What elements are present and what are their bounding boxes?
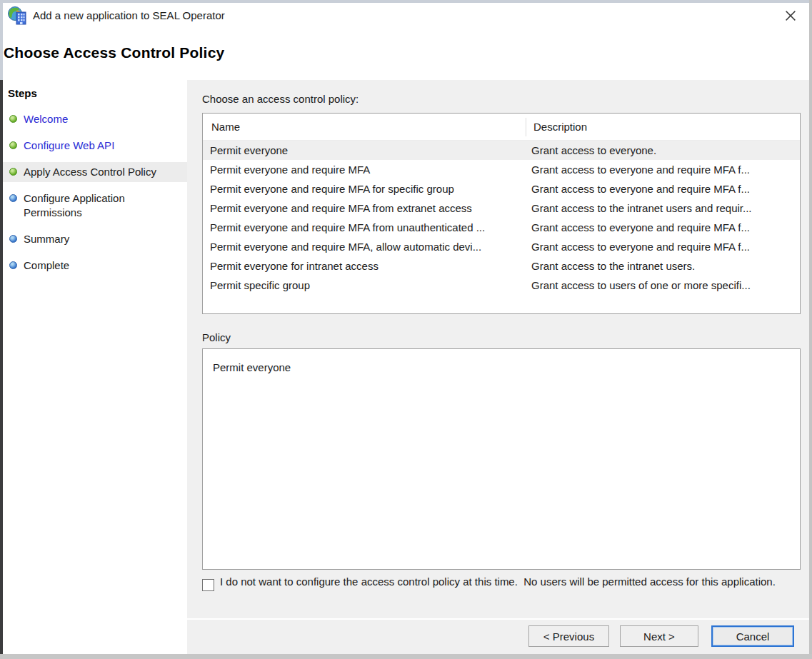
cell-name: Permit everyone and require MFA for spec… (203, 183, 526, 195)
table-row[interactable]: Permit everyone for intranet access Gran… (203, 256, 800, 276)
cell-description: Grant access to the intranet users and r… (526, 202, 800, 214)
sidebar-step-complete[interactable]: Complete (3, 256, 187, 276)
sidebar-step-apply-access-control-policy[interactable]: Apply Access Control Policy (3, 162, 187, 182)
cell-description: Grant access to everyone. (526, 144, 800, 156)
policy-section-label: Policy (202, 331, 231, 343)
cell-name: Permit everyone for intranet access (203, 260, 526, 272)
cell-description: Grant access to everyone and require MFA… (526, 183, 800, 195)
window-title: Add a new application to SEAL Operator (33, 9, 225, 21)
cell-description: Grant access to users of one or more spe… (526, 279, 800, 291)
step-label: Apply Access Control Policy (24, 165, 156, 179)
steps-list: Welcome Configure Web API Apply Access C… (3, 109, 187, 276)
window-border-bottom (0, 654, 812, 659)
cancel-button[interactable]: Cancel (711, 625, 794, 647)
cell-description: Grant access to the intranet users. (526, 260, 800, 272)
window-border-right (809, 0, 812, 659)
table-body: Permit everyone Grant access to everyone… (203, 141, 800, 295)
column-header-name[interactable]: Name (203, 121, 526, 133)
sidebar-step-configure-web-api[interactable]: Configure Web API (3, 136, 187, 156)
table-row[interactable]: Permit everyone and require MFA, allow a… (203, 237, 800, 256)
cell-description: Grant access to everyone and require MFA… (526, 221, 800, 233)
previous-button[interactable]: < Previous (528, 625, 609, 647)
skip-policy-label: I do not want to configure the access co… (220, 574, 776, 589)
cell-name: Permit everyone (203, 144, 526, 156)
step-label: Configure Web API (24, 139, 114, 153)
main-panel: Choose an access control policy: Name De… (187, 80, 809, 654)
cell-name: Permit everyone and require MFA from ext… (203, 202, 526, 214)
table-row[interactable]: Permit everyone Grant access to everyone… (203, 141, 800, 160)
cell-name: Permit everyone and require MFA (203, 164, 526, 176)
table-row[interactable]: Permit everyone and require MFA from una… (203, 218, 800, 237)
skip-policy-row: I do not want to configure the access co… (202, 574, 793, 591)
steps-sidebar: Steps Welcome Configure Web API Apply Ac… (3, 80, 187, 654)
table-header: Name Description (203, 114, 800, 141)
cell-description: Grant access to everyone and require MFA… (526, 164, 800, 176)
policy-preview-box: Permit everyone (202, 348, 801, 570)
column-header-description[interactable]: Description (526, 118, 800, 136)
title-bar: Add a new application to SEAL Operator (3, 3, 809, 29)
close-button[interactable] (779, 4, 802, 27)
step-label: Summary (24, 232, 69, 246)
cell-name: Permit everyone and require MFA from una… (203, 221, 526, 233)
step-status-icon (9, 168, 17, 176)
step-status-icon (9, 194, 17, 202)
table-row[interactable]: Permit everyone and require MFA Grant ac… (203, 160, 800, 179)
policy-table: Name Description Permit everyone Grant a… (202, 113, 801, 314)
table-row[interactable]: Permit everyone and require MFA for spec… (203, 179, 800, 198)
next-button[interactable]: Next > (620, 625, 698, 647)
app-icon (7, 6, 27, 26)
wizard-window: Add a new application to SEAL Operator C… (0, 0, 812, 659)
sidebar-step-summary[interactable]: Summary (3, 229, 187, 249)
cell-name: Permit specific group (203, 279, 526, 291)
step-status-icon (9, 235, 17, 243)
step-status-icon (9, 115, 17, 123)
sidebar-step-welcome[interactable]: Welcome (3, 109, 187, 129)
page-title: Choose Access Control Policy (4, 44, 224, 61)
step-status-icon (9, 261, 17, 269)
footer-bar: < Previous Next > Cancel (187, 618, 809, 654)
step-label: Configure Application Permissions (24, 191, 170, 220)
cell-name: Permit everyone and require MFA, allow a… (203, 241, 526, 253)
instruction-label: Choose an access control policy: (202, 93, 359, 105)
cell-description: Grant access to everyone and require MFA… (526, 241, 800, 253)
table-row[interactable]: Permit everyone and require MFA from ext… (203, 198, 800, 218)
table-row[interactable]: Permit specific group Grant access to us… (203, 276, 800, 295)
step-label: Welcome (24, 112, 68, 126)
sidebar-step-configure-application-permissions[interactable]: Configure Application Permissions (3, 188, 187, 223)
close-icon (783, 8, 798, 24)
step-label: Complete (24, 258, 69, 273)
skip-policy-checkbox[interactable] (202, 579, 214, 591)
step-status-icon (9, 141, 17, 149)
steps-heading: Steps (3, 80, 187, 109)
